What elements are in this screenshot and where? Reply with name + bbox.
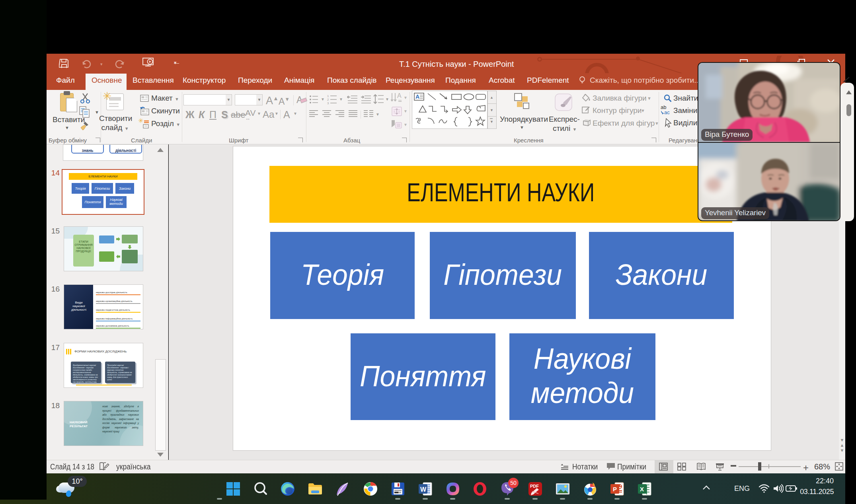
svg-text:ac: ac <box>664 109 670 115</box>
svg-text:X: X <box>640 486 644 492</box>
svg-text:PDF: PDF <box>530 484 539 488</box>
svg-text:A: A <box>415 93 419 100</box>
svg-text:P: P <box>613 486 617 492</box>
svg-text:2: 2 <box>327 98 329 101</box>
svg-text:A: A <box>397 92 402 99</box>
svg-text:3: 3 <box>327 101 329 105</box>
svg-text:W: W <box>420 486 427 493</box>
svg-text:64: 64 <box>398 491 401 494</box>
svg-text:1: 1 <box>327 94 329 98</box>
